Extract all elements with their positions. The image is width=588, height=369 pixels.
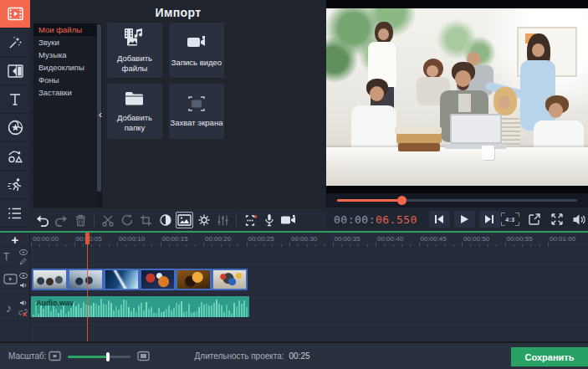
title-track-edit-button[interactable] [18, 258, 28, 265]
timeline-video-clip-2[interactable] [68, 269, 104, 290]
collapse-panel-button[interactable]: ‹ [95, 105, 105, 124]
sidebar-item-titles[interactable] [0, 85, 30, 114]
skip-back-icon [433, 214, 445, 224]
transition-icon [8, 64, 23, 78]
record-video-button[interactable]: Запись видео [169, 23, 224, 78]
add-track-button[interactable]: + [0, 233, 30, 247]
timeline-zoom-label: Масштаб: [8, 351, 47, 361]
title-track-header: T [0, 247, 30, 267]
seek-progress [337, 199, 401, 202]
zoom-slider-fill [68, 356, 109, 358]
crop-button[interactable] [137, 212, 155, 228]
rotate-button[interactable] [118, 212, 135, 228]
add-files-button[interactable]: Добавить файлы [107, 23, 162, 78]
screen-capture-button[interactable]: Захват экрана [169, 84, 224, 139]
unlink-icon [18, 308, 28, 316]
undo-icon [35, 214, 49, 227]
timeline-video-clip-4[interactable] [140, 269, 176, 290]
timeline-accent-divider [0, 231, 588, 233]
ruler-label: 00:00:15 [162, 235, 188, 243]
next-frame-button[interactable] [479, 211, 500, 228]
folder-stack [398, 143, 440, 151]
playhead-line [87, 233, 88, 341]
export-frame-button[interactable] [526, 212, 543, 227]
skip-forward-icon [483, 214, 495, 224]
sidebar-item-filters[interactable] [0, 28, 30, 57]
speaker-icon [19, 300, 28, 306]
video-camera-icon [184, 33, 209, 53]
volume-button[interactable] [571, 212, 588, 227]
microphone-icon [263, 213, 275, 227]
titles-t-icon [8, 92, 23, 107]
record-audio-button[interactable] [260, 212, 278, 228]
audio-levels-button[interactable] [214, 212, 232, 228]
audio-track-mute-toggle[interactable] [18, 300, 28, 307]
seek-bar-row [326, 193, 588, 208]
sticker-star-icon [8, 120, 23, 136]
video-track-mute-toggle[interactable] [18, 281, 28, 289]
timeline: 00:00:00 00:00:05 00:00:10 00:00:15 00:0… [0, 233, 588, 341]
audio-track-header: ♪ [0, 295, 30, 321]
video-track-visibility-toggle[interactable] [18, 272, 28, 279]
zoom-out-button[interactable] [49, 351, 61, 361]
sidebar-item-transitions[interactable] [0, 57, 30, 85]
seek-handle[interactable] [397, 196, 406, 205]
aspect-ratio-button[interactable]: 4:3 [500, 212, 520, 227]
timeline-audio-clip[interactable]: Audio.wav [31, 296, 249, 317]
settings-button[interactable] [195, 212, 212, 228]
gear-icon [197, 213, 211, 227]
category-music[interactable]: Музыка [33, 49, 96, 61]
category-my-files[interactable]: Мои файлы [33, 23, 96, 36]
ruler-label: 00:00:25 [248, 235, 274, 243]
screen-capture-label: Захват экрана [171, 118, 223, 128]
sidebar-item-media-import[interactable] [0, 0, 30, 28]
redo-button[interactable] [53, 212, 70, 228]
screen-record-button[interactable] [241, 212, 258, 228]
split-clip-button[interactable] [99, 212, 116, 228]
timeline-zoom-slider[interactable] [68, 351, 130, 361]
clip-properties-button[interactable] [176, 212, 193, 228]
aspect-ratio-frame: 4:3 [501, 213, 519, 226]
video-editor-window: Импорт Мои файлы Звуки Музыка Видеоклипы… [0, 0, 588, 369]
export-icon [528, 213, 541, 226]
category-video-clips[interactable]: Видеоклипы [33, 61, 96, 74]
person [378, 28, 389, 40]
timeline-video-clip-3[interactable] [104, 269, 140, 290]
fullscreen-button[interactable] [549, 212, 565, 227]
undo-button[interactable] [33, 212, 51, 228]
zoom-in-button[interactable] [137, 351, 150, 361]
category-backgrounds[interactable]: Фоны [33, 74, 96, 86]
webcam-capture-button[interactable] [279, 212, 297, 228]
timeline-video-clip-6[interactable] [212, 269, 248, 290]
category-sounds[interactable]: Звуки [33, 36, 96, 49]
play-button[interactable] [454, 211, 475, 228]
color-adjustments-button[interactable] [156, 212, 174, 228]
ruler-label: 00:00:40 [377, 235, 403, 243]
preview-panel: 00:00:06.550 4:3 [326, 0, 588, 231]
timeline-video-clip-5[interactable] [176, 269, 212, 290]
sidebar-item-animation[interactable] [0, 171, 30, 199]
sidebar-item-stickers[interactable] [0, 114, 30, 142]
edit-toolbar [30, 209, 326, 231]
ruler-label: 00:00:50 [463, 235, 489, 243]
audio-track-icon: ♪ [6, 301, 12, 315]
seek-bar[interactable] [337, 199, 577, 202]
save-button[interactable]: Сохранить [511, 347, 588, 366]
sidebar-item-more-tools[interactable] [0, 199, 30, 228]
sliders-icon [217, 214, 229, 227]
ruler-label: 00:00:00 [33, 235, 59, 243]
title-track-visibility-toggle[interactable] [18, 249, 28, 256]
timecode-prefix: 00:00: [334, 213, 376, 226]
sidebar-item-callouts[interactable] [0, 142, 30, 171]
add-folder-button[interactable]: Добавить папку [107, 84, 162, 139]
previous-frame-button[interactable] [429, 211, 450, 228]
timeline-video-clip-1[interactable] [32, 269, 68, 290]
coffee-mug [482, 146, 494, 160]
toolbar-separator [94, 213, 95, 227]
eye-icon [19, 249, 28, 255]
category-intros[interactable]: Заставки [33, 86, 96, 99]
delete-clip-button[interactable] [72, 212, 89, 228]
rotate-icon [120, 213, 134, 227]
zoom-slider-handle[interactable] [106, 352, 110, 361]
audio-track-unlink-toggle[interactable] [18, 309, 28, 316]
